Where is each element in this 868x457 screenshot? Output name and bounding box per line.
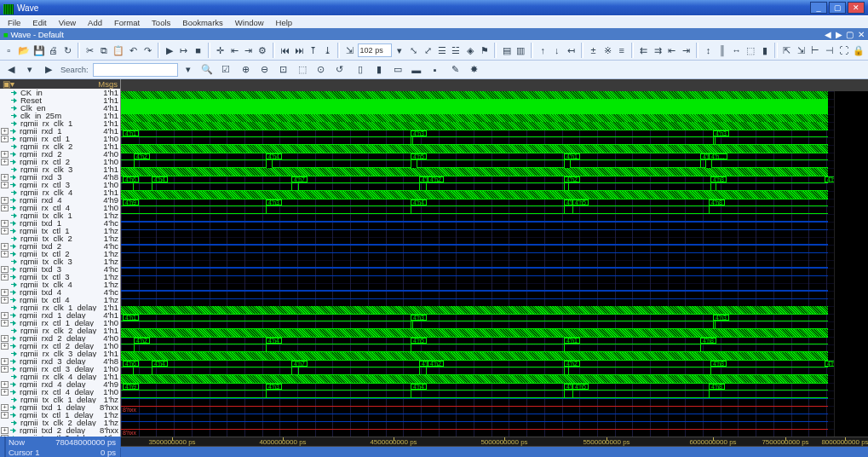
- time-ruler[interactable]: 3500000000 ps4000000000 ps4500000000 ps5…: [121, 437, 868, 447]
- save-icon[interactable]: 💾: [32, 42, 46, 59]
- signal-row[interactable]: +rgmii_txd_1_delay8'hxx: [0, 403, 120, 411]
- expand-toggle-icon[interactable]: +: [1, 251, 9, 257]
- scroll-end-icon[interactable]: ⇥: [680, 42, 693, 59]
- paste-icon[interactable]: 📋: [112, 42, 125, 59]
- edge-next-icon[interactable]: ⤓: [321, 42, 334, 59]
- highlight-icon[interactable]: ✸: [466, 61, 483, 78]
- scroll-start-icon[interactable]: ⇤: [666, 42, 679, 59]
- layout2-icon[interactable]: ▥: [514, 42, 527, 59]
- gear-icon[interactable]: ⚙: [256, 42, 269, 59]
- sub-close-button[interactable]: ✕: [858, 30, 865, 39]
- expand-toggle-icon[interactable]: +: [1, 381, 9, 388]
- signal-row[interactable]: clk_in_25m1'h1: [0, 112, 120, 119]
- reload-icon[interactable]: ↻: [61, 42, 74, 59]
- signal-row[interactable]: +rgmii_txd_24'hc: [0, 242, 120, 250]
- expand-toggle-icon[interactable]: +: [1, 136, 9, 142]
- minimize-button[interactable]: _: [810, 2, 827, 14]
- wave-style3-icon[interactable]: ▭: [389, 61, 406, 78]
- expand-toggle-icon[interactable]: +: [1, 128, 9, 135]
- bookmark-icon[interactable]: ⚑: [478, 42, 491, 59]
- align-right-icon[interactable]: ⊣: [824, 42, 836, 59]
- snap-left-icon[interactable]: ⇱: [781, 42, 794, 59]
- menu-bookmarks[interactable]: Bookmarks: [178, 17, 227, 28]
- signal-row[interactable]: +rgmii_rxd_2_delay4'h0: [0, 334, 120, 342]
- signal-row[interactable]: rgmii_tx_clk_21'hz: [0, 234, 120, 242]
- select-icon[interactable]: ⬚: [744, 42, 757, 59]
- signal-row[interactable]: +rgmii_tx_ctl_1_delay1'hz: [0, 411, 120, 419]
- expand-toggle-icon[interactable]: +: [1, 427, 9, 434]
- expand-toggle-icon[interactable]: +: [1, 151, 9, 158]
- expand-toggle-icon[interactable]: +: [1, 243, 9, 250]
- ungroup-icon[interactable]: ☱: [450, 42, 463, 59]
- menu-view[interactable]: View: [55, 17, 80, 28]
- signal-row[interactable]: +rgmii_rx_ctl_3_delay1'h0: [0, 365, 120, 373]
- expand-toggle-icon[interactable]: +: [1, 343, 9, 350]
- menu-file[interactable]: File: [3, 17, 25, 28]
- wave-style1-icon[interactable]: ▯: [352, 61, 369, 78]
- collapse-icon[interactable]: ⤢: [422, 42, 434, 59]
- maximize-button[interactable]: ▢: [829, 2, 846, 14]
- left-out-icon[interactable]: ↤: [565, 42, 578, 59]
- align-left-icon[interactable]: ⊢: [809, 42, 822, 59]
- zoom-in-icon[interactable]: ⊕: [238, 61, 255, 78]
- down-icon[interactable]: ↓: [551, 42, 564, 59]
- zoom-cursor-icon[interactable]: ⊙: [313, 61, 330, 78]
- annotate-icon[interactable]: ✎: [447, 61, 464, 78]
- signal-row[interactable]: +rgmii_rx_ctl_2_delay1'h0: [0, 342, 120, 350]
- find-prev-icon[interactable]: ⏮: [279, 42, 291, 59]
- signal-row[interactable]: rgmii_rx_clk_3_delay1'h1: [0, 350, 120, 357]
- expand-toggle-icon[interactable]: +: [1, 297, 9, 304]
- wave-style5-icon[interactable]: ▪: [427, 61, 444, 78]
- signal-row[interactable]: Clk_en4'h1: [0, 104, 120, 112]
- signal-row[interactable]: +rgmii_tx_ctl_11'hz: [0, 227, 120, 234]
- signal-row[interactable]: +rgmii_rx_ctl_41'h0: [0, 204, 120, 211]
- layout1-icon[interactable]: ▤: [500, 42, 513, 59]
- up-icon[interactable]: ↑: [537, 42, 549, 59]
- expand-toggle-icon[interactable]: +: [1, 205, 9, 211]
- signal-row[interactable]: +rgmii_rx_ctl_31'h0: [0, 181, 120, 188]
- step-icon[interactable]: ↦: [178, 42, 191, 59]
- cursor-icon[interactable]: ↕: [702, 42, 715, 59]
- expand-toggle-icon[interactable]: +: [1, 358, 9, 365]
- time-unit-down-icon[interactable]: ▾: [394, 42, 406, 59]
- signal-row[interactable]: +rgmii_rx_ctl_4_delay1'h0: [0, 388, 120, 396]
- search-down-icon[interactable]: ▾: [180, 61, 197, 78]
- signal-row[interactable]: rgmii_tx_clk_11'hz: [0, 211, 120, 219]
- signal-row[interactable]: rgmii_rx_clk_21'h1: [0, 142, 120, 150]
- copy-icon[interactable]: ⧉: [98, 42, 111, 59]
- format-dec-icon[interactable]: ≡: [615, 42, 628, 59]
- scroll-left-icon[interactable]: ⇇: [637, 42, 650, 59]
- signal-row[interactable]: +rgmii_tx_ctl_41'hz: [0, 296, 120, 304]
- signal-row[interactable]: +rgmii_rxd_3_delay4'h8: [0, 357, 120, 365]
- cut-icon[interactable]: ✂: [83, 42, 96, 59]
- expand-toggle-icon[interactable]: +: [1, 404, 9, 411]
- cursor-prev-icon[interactable]: ⇤: [228, 42, 241, 59]
- format-hex-icon[interactable]: ±: [587, 42, 600, 59]
- menu-tools[interactable]: Tools: [147, 17, 175, 28]
- signal-row[interactable]: Reset1'h1: [0, 96, 120, 104]
- wave-panel[interactable]: 4'h14'h34'h34'h24'h44'h54'h14'h84'h…4'h6…: [121, 79, 868, 437]
- group-icon[interactable]: ☰: [435, 42, 448, 59]
- search-icon[interactable]: 🔍: [198, 61, 216, 78]
- expand-toggle-icon[interactable]: +: [1, 312, 9, 319]
- ref-icon[interactable]: ◈: [464, 42, 477, 59]
- sub-right-button[interactable]: ▶: [836, 30, 842, 39]
- signal-row[interactable]: rgmii_tx_clk_1_delay1'hz: [0, 396, 120, 403]
- signal-row[interactable]: rgmii_tx_clk_41'hz: [0, 281, 120, 288]
- signal-row[interactable]: rgmii_rx_clk_2_delay1'h1: [0, 327, 120, 334]
- expand-toggle-icon[interactable]: +: [1, 335, 9, 342]
- signal-row[interactable]: rgmii_rx_clk_41'h1: [0, 188, 120, 196]
- zoom-out-icon[interactable]: ⊖: [256, 61, 273, 78]
- signal-row[interactable]: +rgmii_rx_ctl_11'h0: [0, 135, 120, 142]
- back-nav-icon[interactable]: ◀: [3, 61, 20, 78]
- menu-add[interactable]: Add: [83, 17, 106, 28]
- new-icon[interactable]: ▫: [3, 42, 15, 59]
- signal-row[interactable]: rgmii_tx_clk_31'hz: [0, 257, 120, 265]
- search-options-icon[interactable]: ☑: [217, 61, 234, 78]
- menu-window[interactable]: Window: [231, 17, 268, 28]
- signal-row[interactable]: +rgmii_rxd_1_delay4'h1: [0, 311, 120, 319]
- expand-toggle-icon[interactable]: +: [1, 182, 9, 188]
- expand-toggle-icon[interactable]: +: [1, 197, 9, 204]
- zoom-full-icon[interactable]: ⊡: [275, 61, 292, 78]
- signal-row[interactable]: rgmii_tx_clk_2_delay1'hz: [0, 419, 120, 426]
